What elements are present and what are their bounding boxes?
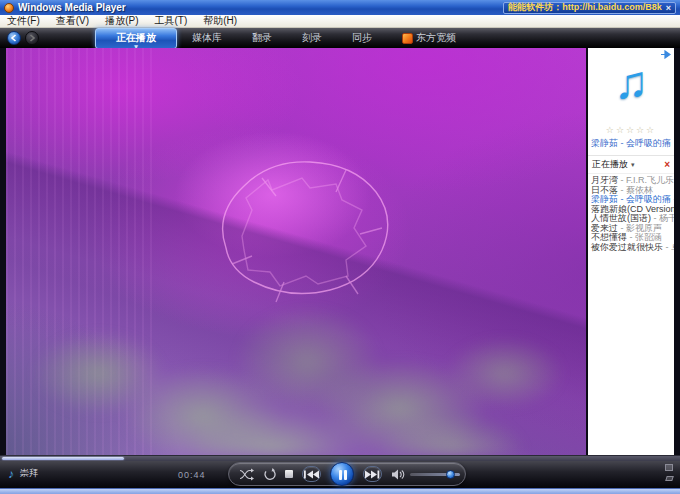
list-item[interactable]: 不想懂得张韶涵 — [588, 233, 674, 243]
title-bar: Windows Media Player 能能软件坊：http://hi.bai… — [0, 0, 680, 15]
transport-bar: ♪ 崇拜 00:44 — [0, 461, 680, 488]
main-content: ♫ ☆☆☆☆☆ 梁静茹 - 会呼吸的痛 正在播放 ▾ × 月牙湾F.I.R.飞儿… — [0, 48, 680, 455]
tab-bar: 正在播放 ▾ 媒体库 翻录 刻录 同步 东方宽频 — [0, 28, 680, 48]
tab-sync[interactable]: 同步 — [337, 28, 387, 48]
close-icon[interactable]: × — [664, 160, 670, 169]
banner-text: 能能软件坊：http://hi.baidu.com/B8k — [508, 1, 662, 14]
menu-view[interactable]: 查看(V) — [56, 14, 89, 28]
list-item[interactable]: 被你爱过就很快乐卓文萱 — [588, 243, 674, 253]
elapsed-time: 00:44 — [178, 470, 206, 480]
track-label: 崇拜 — [20, 467, 38, 480]
next-button[interactable] — [363, 466, 382, 482]
window-title: Windows Media Player — [18, 2, 126, 13]
menu-play[interactable]: 播放(P) — [105, 14, 138, 28]
window-bottom-edge — [0, 488, 680, 494]
playback-controls — [228, 462, 466, 486]
volume-control — [391, 469, 460, 480]
now-playing-sidebar: ♫ ☆☆☆☆☆ 梁静茹 - 会呼吸的痛 正在播放 ▾ × 月牙湾F.I.R.飞儿… — [586, 48, 674, 455]
tab-now-playing[interactable]: 正在播放 ▾ — [95, 28, 177, 49]
list-item[interactable]: 落跑新娘(CD Version)刘若英 — [588, 205, 674, 215]
tab-rip[interactable]: 翻录 — [237, 28, 287, 48]
shuffle-icon[interactable] — [239, 468, 254, 481]
forward-icon[interactable] — [25, 31, 39, 45]
viz-lightning-ring — [166, 108, 446, 348]
full-mode-icon[interactable] — [665, 464, 673, 471]
list-item[interactable]: 人情世故(国语)杨千嬅 — [588, 214, 674, 224]
view-mode-icons — [665, 464, 673, 481]
volume-slider[interactable] — [410, 473, 460, 476]
tab-strip: 正在播放 ▾ 媒体库 翻录 刻录 同步 东方宽频 — [95, 28, 471, 49]
tab-burn[interactable]: 刻录 — [287, 28, 337, 48]
now-playing-caption: 梁静茹 - 会呼吸的痛 — [588, 138, 674, 148]
list-item[interactable]: 月牙湾F.I.R.飞儿乐团 — [588, 176, 674, 186]
panel-header-label[interactable]: 正在播放 — [592, 158, 628, 171]
playlist: 月牙湾F.I.R.飞儿乐团 日不落蔡依林 梁静茹 - 会呼吸的痛梁静茹 落跑新娘… — [588, 174, 674, 252]
list-item[interactable]: 日不落蔡依林 — [588, 186, 674, 196]
repeat-icon[interactable] — [263, 468, 276, 481]
volume-knob[interactable] — [446, 470, 455, 479]
wmp-logo-icon — [4, 3, 14, 13]
previous-button[interactable] — [302, 466, 321, 482]
menu-bar: 文件(F) 查看(V) 播放(P) 工具(T) 帮助(H) — [0, 15, 680, 28]
stop-icon[interactable] — [285, 470, 293, 478]
speaker-icon[interactable] — [391, 469, 405, 480]
banner-close-icon[interactable]: × — [666, 3, 671, 13]
playlist-panel-header: 正在播放 ▾ × — [588, 155, 674, 174]
menu-help[interactable]: 帮助(H) — [203, 14, 237, 28]
pause-button[interactable] — [330, 462, 354, 486]
title-banner[interactable]: 能能软件坊：http://hi.baidu.com/B8k × — [503, 2, 676, 14]
now-playing-info: ♪ 崇拜 — [8, 467, 38, 480]
skin-mode-icon[interactable] — [665, 476, 674, 481]
chevron-down-icon[interactable]: ▾ — [631, 161, 635, 169]
media-info-panel: ♫ — [588, 48, 674, 126]
seek-progress[interactable] — [2, 457, 124, 460]
rating-stars[interactable]: ☆☆☆☆☆ — [588, 126, 674, 135]
album-art-note-icon: ♫ — [588, 52, 674, 112]
list-item[interactable]: 爱来过影视原声 — [588, 224, 674, 234]
online-store-logo-icon — [402, 33, 413, 44]
menu-file[interactable]: 文件(F) — [7, 14, 40, 28]
menu-tools[interactable]: 工具(T) — [154, 14, 187, 28]
visualization-canvas[interactable] — [6, 48, 586, 455]
back-icon[interactable] — [7, 31, 21, 45]
tab-library[interactable]: 媒体库 — [177, 28, 237, 48]
nav-buttons — [7, 31, 39, 45]
list-item-current[interactable]: 梁静茹 - 会呼吸的痛梁静茹 — [588, 195, 674, 205]
wmp-window: Windows Media Player 能能软件坊：http://hi.bai… — [0, 0, 680, 494]
note-icon: ♪ — [8, 468, 14, 480]
tab-online-store[interactable]: 东方宽频 — [387, 28, 471, 48]
